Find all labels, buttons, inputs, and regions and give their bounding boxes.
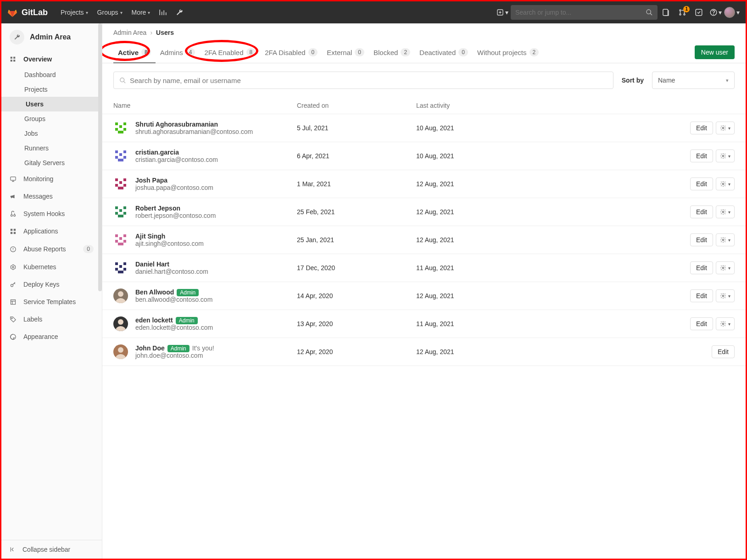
- edit-user-button[interactable]: Edit: [690, 261, 713, 274]
- user-settings-button[interactable]: ▾: [716, 177, 735, 190]
- nav-plus-icon[interactable]: ▾: [494, 1, 511, 23]
- user-row: Robert Jepsonrobert.jepson@contoso.com25…: [102, 198, 746, 226]
- svg-point-5: [684, 14, 685, 15]
- edit-user-button[interactable]: Edit: [690, 205, 713, 218]
- sidebar-item-groups[interactable]: Groups: [1, 111, 102, 126]
- user-avatar[interactable]: [113, 316, 128, 331]
- user-avatar[interactable]: [113, 205, 128, 219]
- user-name[interactable]: Daniel Hart: [135, 261, 169, 268]
- nav-merge-requests-icon[interactable]: 1: [674, 1, 691, 23]
- nav-todos-icon[interactable]: [691, 1, 707, 23]
- edit-user-button[interactable]: Edit: [690, 177, 713, 190]
- sidebar-item-runners[interactable]: Runners: [1, 141, 102, 155]
- user-settings-button[interactable]: ▾: [716, 233, 735, 246]
- user-avatar[interactable]: [113, 261, 128, 275]
- sidebar-link-messages[interactable]: Messages: [1, 188, 102, 205]
- collapse-sidebar[interactable]: Collapse sidebar: [1, 540, 102, 559]
- sidebar-title[interactable]: Admin Area: [1, 23, 102, 51]
- user-avatar[interactable]: [113, 149, 128, 163]
- user-settings-button[interactable]: ▾: [716, 150, 735, 162]
- user-settings-button[interactable]: ▾: [716, 289, 735, 302]
- svg-rect-54: [123, 206, 126, 209]
- sidebar-link-monitoring[interactable]: Monitoring: [1, 170, 102, 188]
- user-avatar[interactable]: [113, 121, 128, 135]
- edit-user-button[interactable]: Edit: [690, 289, 713, 302]
- sidebar-item-dashboard[interactable]: Dashboard: [1, 67, 102, 82]
- tab-2fa-enabled[interactable]: 2FA Enabled8: [200, 42, 260, 63]
- edit-user-button[interactable]: Edit: [690, 122, 713, 134]
- sidebar-scrollbar[interactable]: [98, 23, 102, 291]
- sidebar-link-appearance[interactable]: Appearance: [1, 328, 102, 345]
- user-name[interactable]: cristian.garcia: [135, 149, 179, 156]
- user-avatar[interactable]: [113, 344, 128, 359]
- sort-select[interactable]: Name ▾: [652, 72, 735, 89]
- edit-user-button[interactable]: Edit: [690, 150, 713, 162]
- svg-rect-50: [118, 187, 123, 189]
- user-activity: 12 Aug, 2021: [416, 348, 666, 355]
- tab-deactivated[interactable]: Deactivated0: [415, 42, 473, 63]
- sidebar-link-deploy-keys[interactable]: Deploy Keys: [1, 276, 102, 293]
- user-settings-button[interactable]: ▾: [716, 317, 735, 330]
- user-settings-button[interactable]: ▾: [716, 205, 735, 218]
- user-name[interactable]: Josh Papa: [135, 177, 167, 184]
- tab-active[interactable]: Active8: [113, 42, 156, 63]
- gitlab-logo-icon: [7, 7, 18, 18]
- sidebar-link-service-templates[interactable]: Service Templates: [1, 293, 102, 310]
- edit-user-button[interactable]: Edit: [712, 345, 735, 358]
- sidebar-item-users[interactable]: Users: [1, 97, 102, 111]
- sidebar-link-kubernetes[interactable]: Kubernetes: [1, 258, 102, 276]
- nav-activity-icon[interactable]: [155, 1, 171, 23]
- sidebar-link-labels[interactable]: Labels: [1, 310, 102, 328]
- user-search[interactable]: [113, 72, 613, 89]
- user-settings-button[interactable]: ▾: [716, 122, 735, 134]
- user-name[interactable]: Ajit Singh: [135, 233, 165, 240]
- sidebar-link-applications[interactable]: Applications: [1, 222, 102, 240]
- chevron-down-icon: ▾: [728, 266, 730, 271]
- hook-icon: [10, 211, 17, 217]
- svg-point-43: [722, 155, 724, 157]
- nav-more[interactable]: More▾: [127, 1, 155, 23]
- nav-wrench-icon[interactable]: [171, 1, 188, 23]
- tab-2fa-disabled[interactable]: 2FA Disabled0: [260, 42, 322, 63]
- brand-logo[interactable]: GitLab: [7, 7, 48, 18]
- sidebar-item-gitaly-servers[interactable]: Gitaly Servers: [1, 155, 102, 170]
- global-search-input[interactable]: [515, 9, 646, 16]
- nav-projects[interactable]: Projects▾: [56, 1, 93, 23]
- user-settings-button[interactable]: ▾: [716, 261, 735, 274]
- new-user-button[interactable]: New user: [695, 45, 735, 59]
- sidebar-item-jobs[interactable]: Jobs: [1, 126, 102, 141]
- sidebar-link-system-hooks[interactable]: System Hooks: [1, 205, 102, 222]
- edit-user-button[interactable]: Edit: [690, 233, 713, 246]
- tab-blocked[interactable]: Blocked2: [369, 42, 415, 63]
- edit-user-button[interactable]: Edit: [690, 317, 713, 330]
- user-name[interactable]: Ben Allwood: [135, 288, 174, 296]
- nav-issues-icon[interactable]: [658, 1, 674, 23]
- breadcrumb-root[interactable]: Admin Area: [113, 29, 146, 36]
- user-name[interactable]: Shruti Aghorasubramanian: [135, 121, 218, 128]
- sidebar-link-abuse-reports[interactable]: Abuse Reports0: [1, 240, 102, 258]
- user-email: ajit.singh@contoso.com: [135, 240, 297, 247]
- its-you-label: It's you!: [192, 344, 214, 352]
- user-name[interactable]: John Doe: [135, 344, 165, 352]
- user-avatar[interactable]: [113, 288, 128, 303]
- gear-icon: [720, 153, 726, 159]
- user-name[interactable]: Robert Jepson: [135, 205, 180, 212]
- users-table-body: Shruti Aghorasubramanianshruti.aghorasub…: [102, 114, 746, 366]
- user-avatar[interactable]: [113, 233, 128, 247]
- svg-point-83: [118, 319, 123, 325]
- user-search-input[interactable]: [130, 77, 608, 84]
- sidebar-item-projects[interactable]: Projects: [1, 82, 102, 97]
- nav-groups[interactable]: Groups▾: [93, 1, 127, 23]
- sidebar-overview[interactable]: Overview: [1, 51, 102, 67]
- svg-rect-19: [14, 232, 16, 233]
- tab-external[interactable]: External0: [322, 42, 369, 63]
- svg-rect-34: [118, 131, 123, 133]
- user-name[interactable]: eden lockett: [135, 316, 173, 324]
- nav-help-icon[interactable]: ▾: [707, 1, 724, 23]
- tab-without-projects[interactable]: Without projects2: [473, 42, 543, 63]
- global-search[interactable]: [511, 5, 658, 20]
- nav-user-menu[interactable]: ▾: [724, 1, 740, 23]
- tab-admins[interactable]: Admins4: [156, 42, 200, 63]
- user-avatar[interactable]: [113, 177, 128, 191]
- admin-sidebar: Admin Area Overview DashboardProjectsUse…: [1, 23, 102, 559]
